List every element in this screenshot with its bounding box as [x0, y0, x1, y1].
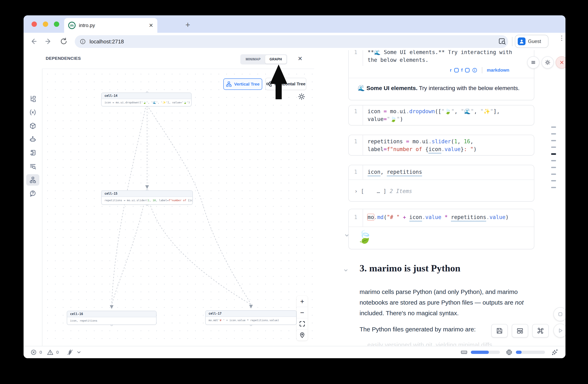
minimap-mark[interactable]: [551, 173, 556, 175]
markdown-cell-footer: r f markdown: [450, 67, 509, 73]
panel-title: DEPENDENCIES: [46, 56, 81, 61]
sidebar-item-search-list[interactable]: [26, 161, 39, 172]
sidebar-item-ai-assistant[interactable]: [26, 134, 39, 145]
profile-label: Guest: [528, 38, 541, 44]
graph-node-cell-16[interactable]: cell-16 icon, repetitions: [67, 311, 157, 325]
graph-node-cell-14[interactable]: cell-14 icon = mo.ui.dropdown(["🍃", "🌊",…: [101, 93, 191, 106]
graph-node-cell-15[interactable]: cell-15 repetitions = mo.ui.slider(1, 16…: [101, 190, 193, 205]
sidebar-item-scratchpad[interactable]: [26, 147, 39, 159]
traffic-light-minimize[interactable]: [43, 21, 48, 27]
dependencies-panel: DEPENDENCIES MINIMAP GRAPH ✕: [42, 50, 315, 346]
node-code: icon, repetitions: [67, 317, 156, 324]
info-icon[interactable]: [472, 68, 477, 73]
minimap-mark[interactable]: [551, 180, 556, 181]
fstring-checkbox-icon[interactable]: [465, 68, 470, 73]
layout-button[interactable]: [512, 324, 528, 338]
profile-avatar-icon: [518, 38, 525, 45]
errors-count: 0: [40, 350, 42, 355]
app-content: DEPENDENCIES MINIMAP GRAPH ✕: [23, 50, 566, 346]
minimap-mark[interactable]: [551, 187, 556, 188]
minimap-mark[interactable]: [551, 167, 556, 168]
traffic-light-zoom[interactable]: [54, 21, 59, 27]
run-button[interactable]: [553, 324, 566, 338]
locate-node-button[interactable]: [297, 329, 308, 341]
minimap-mark[interactable]: [551, 127, 556, 128]
zoom-out-button[interactable]: −: [297, 307, 308, 318]
marimo-favicon: m: [68, 22, 76, 29]
minimap-mark[interactable]: [551, 140, 556, 141]
graph-zoom-controls: + −: [297, 296, 308, 341]
stop-icon: [557, 311, 563, 317]
code-line: **🌊 Some UI elements.** Try interacting …: [368, 50, 512, 55]
collapsed-list-output[interactable]: › [… ]2 Items: [355, 188, 412, 194]
forward-icon[interactable]: [44, 37, 53, 46]
traffic-light-close[interactable]: [32, 21, 37, 27]
horizontal-tree-button[interactable]: Horizontal Tree: [265, 78, 306, 90]
reload-icon[interactable]: [59, 37, 69, 46]
sidebar-item-file-tree[interactable]: [26, 93, 39, 105]
memory-usage-bar: [471, 351, 500, 354]
vertical-tree-icon: [226, 81, 232, 87]
tab-close-icon[interactable]: ✕: [149, 23, 153, 28]
paragraph-line: included. There's no magical syntax.: [359, 308, 459, 319]
sidebar-item-packages[interactable]: [26, 120, 39, 132]
new-tab-button[interactable]: +: [185, 21, 190, 29]
memory-icon: [461, 349, 467, 356]
command-palette-button[interactable]: [532, 324, 549, 338]
italic-word: not: [515, 299, 524, 306]
stop-button[interactable]: [553, 307, 566, 321]
cell-dropdown[interactable]: 1 icon = mo.ui.dropdown(["🍃", "🌊", "✨"],…: [348, 105, 534, 125]
zoom-in-button[interactable]: +: [297, 296, 308, 307]
line-number: 1: [349, 108, 363, 115]
code-line: mo.md("# " + icon.value * repetitions.va…: [368, 214, 509, 220]
warnings-icon[interactable]: [47, 349, 53, 356]
horizontal-tree-icon: [266, 81, 272, 87]
code-line: label=f"number of {icon.value}: "): [368, 146, 477, 152]
graph-canvas[interactable]: Vertical Tree Horizontal Tree cell-14 ic…: [42, 69, 314, 346]
minimap-mark[interactable]: [551, 147, 556, 148]
minimap-mark-active[interactable]: [551, 153, 556, 155]
view-toggle: MINIMAP GRAPH: [240, 54, 287, 64]
panel-close-icon[interactable]: ✕: [298, 56, 302, 62]
chevron-down-icon[interactable]: [76, 350, 82, 355]
section-chevron-icon[interactable]: [343, 268, 349, 273]
cell-markdown-header[interactable]: 1 **🌊 Some UI elements.** Try interactin…: [348, 50, 534, 100]
line-number: 1: [349, 214, 363, 220]
cell-output-divider: [349, 78, 534, 78]
node-code: repetitions = mo.ui.slider(1, 16, label=…: [102, 197, 192, 204]
errors-icon[interactable]: [31, 349, 37, 355]
minimap-mark[interactable]: [551, 133, 556, 134]
profile-button[interactable]: Guest: [515, 35, 548, 48]
url-bar[interactable]: localhost:2718: [75, 35, 508, 48]
notebook-menu-button[interactable]: [527, 56, 539, 69]
code-line: icon, repetitions: [368, 169, 422, 175]
back-icon[interactable]: [28, 37, 38, 46]
save-button[interactable]: [491, 324, 508, 338]
notebook-shutdown-button[interactable]: [556, 56, 566, 69]
graph-settings-gear-icon[interactable]: [298, 93, 305, 100]
browser-menu-icon[interactable]: ⋮: [559, 37, 565, 40]
hamburger-icon: [530, 59, 536, 65]
cell-md-call[interactable]: 1 mo.md("# " + icon.value * repetitions.…: [348, 209, 534, 249]
minimap-mark[interactable]: [551, 160, 556, 161]
vertical-tree-button[interactable]: Vertical Tree: [223, 78, 262, 90]
ai-sparkle-icon[interactable]: [551, 349, 559, 356]
autorun-disabled-icon[interactable]: [67, 349, 73, 356]
cell-minimap[interactable]: [551, 50, 556, 346]
sidebar-item-variables[interactable]: [26, 107, 39, 118]
footer-divider: [482, 67, 482, 73]
cell-expression[interactable]: 1 icon, repetitions › [… ]2 Items: [348, 165, 534, 202]
fit-view-button[interactable]: [297, 318, 308, 329]
reactive-checkbox-icon[interactable]: [454, 68, 459, 73]
sidebar-item-dependency-graph[interactable]: [26, 174, 39, 186]
site-info-icon[interactable]: [80, 38, 86, 45]
browser-tab[interactable]: m intro.py ✕: [64, 18, 157, 33]
browser-toolbar: localhost:2718 Guest ⋮: [23, 33, 566, 50]
sidebar-item-help[interactable]: [26, 188, 39, 199]
line-number: 1: [349, 50, 363, 55]
tab-graph[interactable]: GRAPH: [265, 55, 286, 64]
tab-search-icon[interactable]: [497, 37, 507, 46]
tab-minimap[interactable]: MINIMAP: [241, 55, 265, 64]
graph-node-cell-17[interactable]: cell-17 mo.md("# " + icon.value * repeti…: [205, 310, 297, 325]
cell-slider[interactable]: 1 repetitions = mo.ui.slider(1, 16, labe…: [348, 135, 534, 155]
